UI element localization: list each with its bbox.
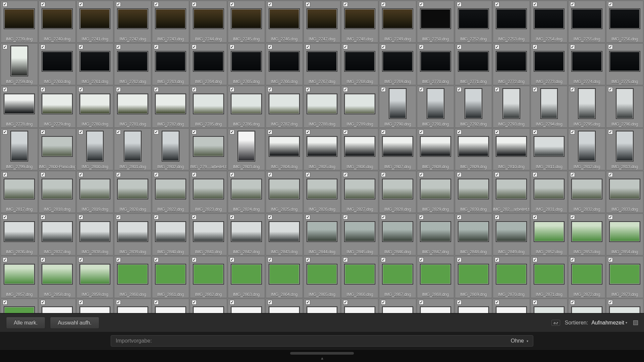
thumbnail-cell[interactable]: ✓IMG_2787.dng — [266, 86, 303, 128]
thumbnail-image[interactable] — [231, 94, 262, 114]
thumbnail-image[interactable] — [307, 306, 338, 313]
thumbnail-image[interactable] — [344, 136, 375, 157]
thumbnail-image[interactable] — [4, 264, 35, 285]
thumbnail-cell[interactable]: ✓IMG_2793.dng — [493, 86, 530, 128]
thumbnail-image[interactable] — [465, 88, 482, 119]
thumbnail-cell[interactable]: ✓IMG_2829.dng — [417, 171, 454, 213]
thumbnail-image[interactable] — [193, 264, 224, 285]
import-checkbox[interactable]: ✓ — [457, 300, 462, 305]
import-checkbox[interactable]: ✓ — [268, 45, 272, 49]
thumbnail-cell[interactable]: ✓ — [568, 299, 605, 313]
import-checkbox[interactable]: ✓ — [306, 45, 310, 49]
thumbnail-cell[interactable]: ✓IMG_2753.dng — [493, 1, 530, 43]
thumbnail-image[interactable] — [269, 264, 300, 285]
thumbnail-image[interactable] — [496, 8, 527, 29]
import-checkbox[interactable]: ✓ — [192, 87, 197, 92]
import-checkbox[interactable]: ✓ — [154, 45, 159, 49]
import-checkbox[interactable]: ✓ — [570, 215, 575, 220]
import-checkbox[interactable]: ✓ — [419, 45, 424, 49]
thumbnail-cell[interactable]: ✓ — [417, 299, 454, 313]
thumbnail-cell[interactable]: ✓IMG_2836.dng — [1, 214, 38, 255]
thumbnail-image[interactable] — [420, 8, 451, 29]
thumbnail-cell[interactable]: ✓IMG_2847.dng — [417, 214, 454, 255]
thumbnail-image[interactable] — [117, 179, 148, 199]
thumbnail-cell[interactable]: ✓IMG_2779.dng — [39, 86, 76, 128]
thumbnail-cell[interactable]: ✓IMG_2819.dng — [76, 171, 114, 213]
import-checkbox[interactable]: ✓ — [306, 87, 310, 92]
thumbnail-cell[interactable]: ✓IMG_2860.dng — [114, 256, 151, 298]
thumbnail-image[interactable] — [307, 94, 338, 114]
import-checkbox[interactable]: ✓ — [608, 87, 613, 92]
thumbnail-cell[interactable]: ✓IMG_2767.dng — [304, 43, 341, 85]
thumbnail-cell[interactable]: ✓IMG_2740.dng — [39, 1, 76, 43]
thumbnail-image[interactable] — [193, 51, 224, 72]
thumbnail-image[interactable] — [420, 136, 451, 157]
import-checkbox[interactable]: ✓ — [495, 215, 499, 220]
thumbnail-image[interactable] — [344, 179, 375, 199]
thumbnail-image[interactable] — [155, 51, 186, 72]
import-checkbox[interactable]: ✓ — [419, 130, 424, 134]
thumbnail-image[interactable] — [420, 221, 451, 242]
thumbnail-image[interactable] — [609, 179, 640, 199]
thumbnail-cell[interactable]: ✓IMG_2837.dng — [39, 214, 76, 255]
thumbnail-image[interactable] — [458, 306, 489, 313]
thumbnail-cell[interactable]: ✓IMG_2831.dng — [531, 171, 568, 213]
import-checkbox[interactable]: ✓ — [533, 130, 537, 134]
thumbnail-cell[interactable]: ✓IMG_2747.dng — [304, 1, 341, 43]
thumbnail-cell[interactable]: ✓IMG_2785.dng — [190, 86, 227, 128]
thumbnail-image[interactable] — [307, 221, 338, 242]
thumbnail-cell[interactable]: ✓IMG_2781.dng — [114, 86, 151, 128]
import-checkbox[interactable]: ✓ — [268, 87, 272, 92]
import-checkbox[interactable]: ✓ — [570, 172, 575, 177]
thumbnail-cell[interactable]: ✓IMG_2800-Pano.dng — [39, 128, 76, 170]
thumbnail-image[interactable] — [231, 8, 262, 29]
thumbnail-cell[interactable]: ✓IMG_2803.dng — [228, 128, 265, 170]
import-checkbox[interactable]: ✓ — [381, 215, 386, 220]
import-checkbox[interactable]: ✓ — [230, 2, 234, 7]
thumbnail-image[interactable] — [117, 94, 148, 114]
thumbnail-image[interactable] — [344, 306, 375, 313]
thumbnail-image[interactable] — [4, 8, 35, 29]
thumbnail-image[interactable] — [458, 51, 489, 72]
thumbnail-cell[interactable]: ✓IMG_2768.dng — [341, 43, 378, 85]
import-checkbox[interactable]: ✓ — [268, 257, 272, 262]
thumbnail-cell[interactable]: ✓IMG_2748.dng — [341, 1, 378, 43]
thumbnail-cell[interactable]: ✓IMG_2805.dng — [304, 128, 341, 170]
thumbnail-cell[interactable]: ✓IMG_2827.dng — [341, 171, 378, 213]
import-checkbox[interactable]: ✓ — [230, 257, 234, 262]
thumbnail-cell[interactable]: ✓IMG_2861.dng — [152, 256, 189, 298]
thumbnail-image[interactable] — [534, 179, 565, 199]
thumbnail-cell[interactable]: ✓IMG_2839.dng — [114, 214, 151, 255]
thumbnail-image[interactable] — [79, 51, 111, 72]
thumbnail-cell[interactable]: ✓IMG_2782.dng — [152, 86, 189, 128]
thumbnail-cell[interactable]: ✓IMG_2774.dng — [568, 43, 605, 85]
import-checkbox[interactable]: ✓ — [230, 172, 234, 177]
thumbnail-image[interactable] — [420, 51, 451, 72]
thumbnail-cell[interactable]: ✓IMG_2828.dng — [379, 171, 416, 213]
import-checkbox[interactable]: ✓ — [495, 2, 499, 7]
thumbnail-cell[interactable]: ✓IMG_2766.dng — [266, 43, 303, 85]
thumbnail-cell[interactable]: ✓IMG_2769.dng — [379, 43, 416, 85]
thumbnail-image[interactable] — [155, 94, 186, 114]
thumbnail-image[interactable] — [496, 51, 527, 72]
import-checkbox[interactable]: ✓ — [230, 45, 234, 49]
thumbnail-cell[interactable]: ✓IMG_2806.dng — [341, 128, 378, 170]
thumbnail-cell[interactable]: ✓ — [39, 299, 76, 313]
thumbnail-image[interactable] — [155, 8, 186, 29]
import-checkbox[interactable]: ✓ — [78, 45, 83, 49]
thumbnail-cell[interactable]: ✓IMG_2811.dng — [531, 128, 568, 170]
thumbnail-image[interactable] — [231, 221, 262, 242]
import-checkbox[interactable]: ✓ — [154, 2, 159, 7]
thumbnail-cell[interactable]: ✓IMG_2825.dng — [266, 171, 303, 213]
thumbnail-cell[interactable]: ✓IMG_2869.dng — [455, 256, 492, 298]
import-checkbox[interactable]: ✓ — [570, 300, 575, 305]
thumbnail-image[interactable] — [79, 8, 111, 29]
thumbnail-image[interactable] — [344, 264, 375, 285]
import-checkbox[interactable]: ✓ — [381, 257, 386, 262]
thumbnail-image[interactable] — [382, 306, 413, 313]
thumbnail-cell[interactable]: ✓IMG_2750.dng — [417, 1, 454, 43]
thumbnail-image[interactable] — [571, 8, 602, 29]
thumbnail-cell[interactable]: ✓IMG_2795.dng — [568, 86, 605, 128]
thumbnail-image[interactable] — [609, 51, 640, 72]
thumbnail-image[interactable] — [231, 306, 262, 313]
